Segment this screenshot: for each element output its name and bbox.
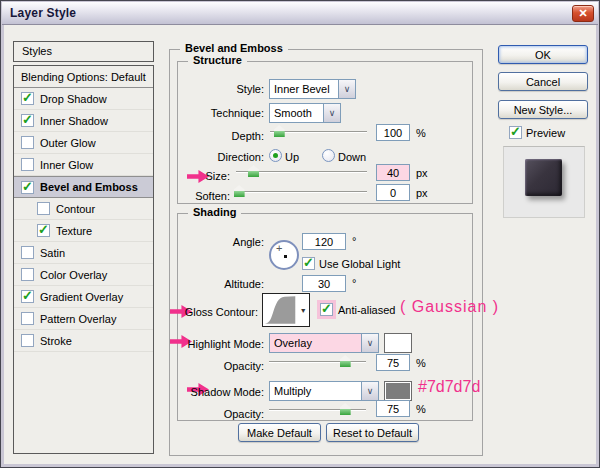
checkbox[interactable] bbox=[21, 158, 34, 171]
checkbox[interactable] bbox=[21, 181, 34, 194]
highlight-opacity-slider[interactable] bbox=[269, 354, 366, 368]
slider-thumb[interactable] bbox=[248, 165, 259, 177]
window-title: Layer Style bbox=[2, 6, 76, 20]
make-default-button[interactable]: Make Default bbox=[238, 423, 321, 442]
sidebar-item-texture[interactable]: Texture bbox=[14, 220, 153, 242]
slider-track bbox=[269, 361, 366, 362]
size-input[interactable] bbox=[376, 164, 410, 181]
sidebar-item-label: Contour bbox=[56, 203, 95, 215]
style-label: Style: bbox=[178, 83, 264, 95]
sidebar-item-drop-shadow[interactable]: Drop Shadow bbox=[14, 88, 153, 110]
new-style-button[interactable]: New Style... bbox=[498, 100, 588, 119]
layer-style-dialog: Layer Style ✕ Styles Blending Options: D… bbox=[0, 0, 600, 468]
sidebar-item-color-overlay[interactable]: Color Overlay bbox=[14, 264, 153, 286]
checkbox[interactable] bbox=[37, 224, 50, 237]
styles-panel-title: Styles bbox=[22, 45, 52, 57]
sidebar-item-pattern-overlay[interactable]: Pattern Overlay bbox=[14, 308, 153, 330]
title-bar[interactable]: Layer Style ✕ bbox=[2, 2, 598, 25]
angle-unit: ° bbox=[352, 235, 356, 247]
close-button[interactable]: ✕ bbox=[572, 5, 594, 22]
slider-thumb[interactable] bbox=[340, 403, 351, 415]
sidebar-item-label: Satin bbox=[40, 247, 65, 259]
sidebar-item-label: Bevel and Emboss bbox=[40, 181, 138, 193]
preview-bevel-square bbox=[525, 159, 562, 196]
anti-aliased-label: Anti-aliased bbox=[338, 304, 395, 316]
cancel-button[interactable]: Cancel bbox=[498, 72, 588, 91]
direction-up-radio[interactable] bbox=[269, 149, 282, 162]
sidebar-item-inner-glow[interactable]: Inner Glow bbox=[14, 154, 153, 176]
slider-track bbox=[236, 191, 367, 192]
soften-slider[interactable] bbox=[236, 184, 367, 198]
soften-input[interactable] bbox=[376, 184, 410, 201]
slider-thumb[interactable] bbox=[234, 185, 245, 197]
angle-label: Angle: bbox=[178, 236, 264, 248]
use-global-light-label: Use Global Light bbox=[319, 258, 400, 270]
chevron-down-icon[interactable]: ∨ bbox=[324, 103, 341, 123]
shadow-mode-select[interactable]: Multiply ∨ bbox=[269, 381, 379, 401]
reset-to-default-button[interactable]: Reset to Default bbox=[326, 423, 419, 442]
checkbox[interactable] bbox=[21, 114, 34, 127]
preview-label: Preview bbox=[526, 127, 565, 139]
sidebar-item-blending-options[interactable]: Blending Options: Default bbox=[14, 66, 153, 88]
preview-checkbox[interactable] bbox=[509, 126, 522, 139]
highlight-opacity-label: Opacity: bbox=[178, 360, 264, 372]
slider-thumb[interactable] bbox=[274, 125, 285, 137]
depth-input[interactable] bbox=[376, 124, 410, 141]
altitude-unit: ° bbox=[352, 277, 356, 289]
shadow-mode-label: Shadow Mode: bbox=[178, 386, 264, 398]
highlight-mode-select[interactable]: Overlay ∨ bbox=[269, 333, 379, 353]
shadow-opacity-slider[interactable] bbox=[269, 402, 366, 416]
slider-thumb[interactable] bbox=[340, 355, 351, 367]
angle-dial[interactable]: + bbox=[269, 240, 299, 270]
checkbox[interactable] bbox=[21, 92, 34, 105]
use-global-light-checkbox[interactable] bbox=[302, 257, 315, 270]
sidebar-item-contour[interactable]: Contour bbox=[14, 198, 153, 220]
angle-input[interactable] bbox=[302, 233, 346, 250]
altitude-input[interactable] bbox=[302, 275, 346, 292]
chevron-down-icon[interactable]: ∨ bbox=[339, 79, 356, 99]
preview-thumbnail bbox=[503, 146, 585, 218]
soften-label: Soften: bbox=[178, 190, 230, 202]
sidebar-item-bevel-and-emboss[interactable]: Bevel and Emboss bbox=[14, 176, 153, 198]
sidebar-item-label: Gradient Overlay bbox=[40, 291, 123, 303]
ok-button[interactable]: OK bbox=[498, 45, 588, 64]
sidebar-item-stroke[interactable]: Stroke bbox=[14, 330, 153, 352]
styles-list-rows: Drop ShadowInner ShadowOuter GlowInner G… bbox=[14, 88, 153, 352]
shadow-opacity-label: Opacity: bbox=[178, 408, 264, 420]
highlight-color-swatch[interactable] bbox=[384, 333, 412, 353]
sidebar-item-gradient-overlay[interactable]: Gradient Overlay bbox=[14, 286, 153, 308]
checkbox[interactable] bbox=[21, 312, 34, 325]
checkbox[interactable] bbox=[21, 136, 34, 149]
checkbox[interactable] bbox=[21, 246, 34, 259]
contour-dropdown-icon[interactable]: ▼ bbox=[297, 294, 309, 326]
direction-down-radio[interactable] bbox=[322, 149, 335, 162]
annotation-hex: #7d7d7d bbox=[418, 378, 480, 396]
shadow-opacity-input[interactable] bbox=[376, 400, 410, 417]
technique-value: Smooth bbox=[269, 103, 324, 123]
technique-select[interactable]: Smooth ∨ bbox=[269, 103, 341, 123]
direction-label: Direction: bbox=[178, 151, 264, 163]
anti-aliased-checkbox[interactable] bbox=[320, 303, 333, 316]
highlight-mode-label: Highlight Mode: bbox=[178, 338, 264, 350]
sidebar-item-satin[interactable]: Satin bbox=[14, 242, 153, 264]
checkbox[interactable] bbox=[21, 334, 34, 347]
chevron-down-icon[interactable]: ∨ bbox=[362, 381, 379, 401]
chevron-down-icon[interactable]: ∨ bbox=[362, 333, 379, 353]
size-label: Size: bbox=[178, 170, 230, 182]
style-select[interactable]: Inner Bevel ∨ bbox=[269, 79, 356, 99]
angle-crosshair-icon: + bbox=[276, 242, 282, 254]
altitude-label: Altitude: bbox=[178, 278, 264, 290]
sidebar-item-outer-glow[interactable]: Outer Glow bbox=[14, 132, 153, 154]
checkbox[interactable] bbox=[21, 290, 34, 303]
gloss-contour-label: Gloss Contour: bbox=[178, 306, 258, 318]
highlight-opacity-input[interactable] bbox=[376, 354, 410, 371]
checkbox[interactable] bbox=[37, 202, 50, 215]
styles-list: Blending Options: Default Drop ShadowInn… bbox=[13, 65, 154, 454]
size-slider[interactable] bbox=[236, 164, 367, 178]
gloss-contour-picker[interactable]: ▼ bbox=[262, 293, 310, 327]
sidebar-item-inner-shadow[interactable]: Inner Shadow bbox=[14, 110, 153, 132]
highlight-mode-value: Overlay bbox=[269, 333, 362, 353]
shadow-color-swatch[interactable] bbox=[384, 381, 412, 401]
checkbox[interactable] bbox=[21, 268, 34, 281]
depth-slider[interactable] bbox=[270, 124, 367, 138]
